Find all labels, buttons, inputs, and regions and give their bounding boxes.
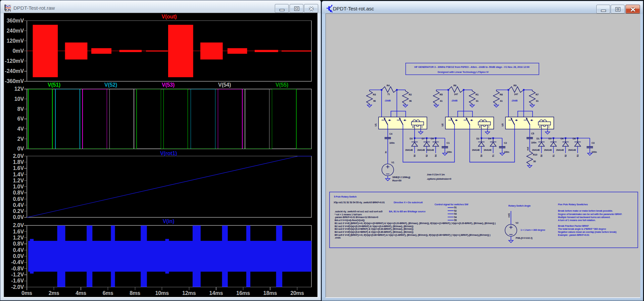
svg-text:61: 61 bbox=[536, 99, 539, 102]
svg-text:1 = 1 turn = 360 degree: 1 = 1 turn = 360 degree bbox=[521, 228, 545, 231]
svg-text:20ms: 20ms bbox=[290, 290, 304, 296]
svg-text:R7: R7 bbox=[536, 93, 539, 96]
svg-text:V(in): V(in) bbox=[163, 218, 175, 224]
svg-text:1N4148: 1N4148 bbox=[484, 149, 491, 151]
svg-text:-0.8V: -0.8V bbox=[11, 265, 24, 271]
svg-text:0.0V: 0.0V bbox=[13, 253, 24, 259]
svg-text:1N4148: 1N4148 bbox=[426, 149, 434, 151]
svg-text:1N4148: 1N4148 bbox=[472, 149, 480, 151]
svg-text:C2: C2 bbox=[504, 141, 507, 144]
svg-text:-1.2V: -1.2V bbox=[11, 271, 24, 277]
svg-text:8V: 8V bbox=[17, 106, 24, 112]
svg-text:1N4148: 1N4148 bbox=[568, 149, 576, 151]
svg-text:5 Pole Rotary Switch: 5 Pole Rotary Switch bbox=[334, 195, 357, 198]
svg-text:1.6V: 1.6V bbox=[13, 165, 24, 171]
svg-text:10V: 10V bbox=[14, 96, 24, 102]
svg-text:71: 71 bbox=[387, 93, 390, 96]
svg-text:V(out): V(out) bbox=[161, 14, 177, 19]
svg-text:V(53): V(53) bbox=[162, 82, 175, 88]
svg-text:R9: R9 bbox=[513, 84, 516, 87]
svg-text:X5p rot1 51 52 53 54 55 rty_sw: X5p rot1 51 52 53 54 55 rty_switch5 BRKF… bbox=[334, 201, 385, 204]
svg-text:R1: R1 bbox=[476, 93, 479, 96]
svg-text:2.0V: 2.0V bbox=[13, 222, 24, 228]
svg-text:B3 so3 0 V=if(V(a)>{0.4+BRKF}: B3 so3 0 V=if(V(a)>{0.4+BRKF} & V(a)<={0… bbox=[335, 227, 413, 230]
svg-text:V(51): V(51) bbox=[48, 82, 60, 88]
svg-text:50: 50 bbox=[413, 155, 416, 157]
svg-text:96: 96 bbox=[409, 99, 412, 102]
svg-text:Directive X = Do subcircuit: Directive X = Do subcircuit bbox=[394, 201, 423, 204]
svg-text:8ms: 8ms bbox=[130, 290, 140, 296]
svg-text:0.4V: 0.4V bbox=[13, 247, 24, 253]
svg-text:* rot = 1 means 1 full turn: * rot = 1 means 1 full turn bbox=[335, 213, 362, 216]
svg-text:R10: R10 bbox=[533, 153, 537, 156]
svg-text:1N4148: 1N4148 bbox=[405, 149, 413, 151]
svg-text:0.4V: 0.4V bbox=[13, 202, 24, 208]
svg-text:out: out bbox=[526, 147, 529, 150]
svg-text:51: 51 bbox=[492, 155, 494, 157]
svg-text:Negative values mean an overla: Negative values mean an overlap (make be… bbox=[558, 230, 617, 233]
svg-text:SINE(0 2 10Meg): SINE(0 2 10Meg) bbox=[392, 176, 410, 179]
svg-text:D3: D3 bbox=[410, 137, 413, 140]
svg-text:1N4148: 1N4148 bbox=[556, 149, 564, 151]
svg-text:V(52): V(52) bbox=[104, 82, 117, 88]
svg-text:R3: R3 bbox=[373, 93, 376, 96]
svg-text:6ms: 6ms bbox=[103, 290, 113, 296]
svg-text:Break before make or make befo: Break before make or make before break p… bbox=[558, 209, 613, 212]
svg-text:96: 96 bbox=[373, 99, 376, 102]
svg-text:rot1: rot1 bbox=[507, 213, 510, 217]
svg-text:1N4148: 1N4148 bbox=[532, 149, 540, 151]
svg-text:BA, B1 to B5 are BVoltage sour: BA, B1 to B5 are BVoltage source bbox=[389, 210, 426, 213]
svg-text:Designed with Linear Technolog: Designed with Linear Technology LTSpice … bbox=[438, 71, 489, 74]
svg-text:0.8V: 0.8V bbox=[13, 241, 24, 247]
svg-text:D1: D1 bbox=[537, 137, 540, 140]
svg-text:R8: R8 bbox=[500, 93, 503, 96]
svg-text:The total break angle is 2*BRK: The total break angle is 2*BRKF *360 deg… bbox=[558, 227, 606, 230]
svg-text:1.0V: 1.0V bbox=[13, 183, 24, 189]
svg-text:B5 so5 0 V=if( {BRKF}>=0, if(V: B5 so5 0 V=if( {BRKF}>=0, if(V(a)>{0.80+… bbox=[335, 233, 491, 236]
svg-text:PWL(0 0 0.02 2): PWL(0 0 0.02 2) bbox=[516, 236, 533, 240]
svg-text:1.4V: 1.4V bbox=[13, 171, 24, 177]
svg-text:Degree of break/make can be se: Degree of break/make can be set with the… bbox=[558, 213, 622, 216]
svg-text:1.2V: 1.2V bbox=[13, 234, 24, 241]
svg-text:52: 52 bbox=[426, 155, 428, 157]
svg-text:100n: 100n bbox=[531, 141, 537, 144]
svg-text:0.6V: 0.6V bbox=[13, 196, 24, 202]
svg-text:52: 52 bbox=[564, 155, 567, 157]
svg-text:0ms: 0ms bbox=[21, 290, 32, 296]
svg-text:R4: R4 bbox=[387, 84, 390, 87]
svg-text:Example: .param BRKF=0.01: Example: .param BRKF=0.01 bbox=[558, 233, 590, 236]
svg-text:C5: C5 bbox=[531, 132, 534, 135]
svg-text:-240mV: -240mV bbox=[5, 68, 24, 74]
svg-text:Rser=50: Rser=50 bbox=[392, 179, 401, 182]
svg-text:.options plotwinsize=0: .options plotwinsize=0 bbox=[427, 177, 451, 180]
svg-text:51: 51 bbox=[552, 155, 555, 157]
svg-text:C4: C4 bbox=[389, 132, 393, 135]
svg-text:54: 54 bbox=[435, 155, 437, 157]
svg-text:120mV: 120mV bbox=[7, 38, 24, 44]
svg-text:D9: D9 bbox=[431, 137, 434, 140]
svg-text:R2: R2 bbox=[409, 93, 412, 96]
svg-text:.tran 0 21m 0 1m: .tran 0 21m 0 1m bbox=[427, 173, 445, 176]
svg-text:R6: R6 bbox=[453, 84, 456, 87]
svg-text:247: 247 bbox=[454, 93, 458, 96]
svg-text:D2: D2 bbox=[477, 137, 480, 140]
svg-text:-1.6V: -1.6V bbox=[11, 277, 24, 284]
svg-text:B1 so1 0 V=if( {BRKF}>=0, if(V: B1 so1 0 V=if( {BRKF}>=0, if(V(a)>={0+BR… bbox=[335, 222, 496, 225]
svg-text:-0.4V: -0.4V bbox=[11, 259, 24, 265]
svg-text:6V: 6V bbox=[17, 116, 24, 122]
svg-text:C3: C3 bbox=[592, 141, 595, 144]
svg-text:54: 54 bbox=[454, 216, 457, 219]
svg-text:1.6V: 1.6V bbox=[13, 228, 24, 234]
svg-text:10ms: 10ms bbox=[155, 290, 169, 296]
svg-text:0.2V: 0.2V bbox=[13, 208, 24, 214]
svg-text:Control signal for switches SW: Control signal for switches SW bbox=[435, 203, 468, 206]
svg-text:240mV: 240mV bbox=[7, 28, 24, 34]
svg-text:-20dB: -20dB bbox=[451, 99, 457, 102]
svg-text:61: 61 bbox=[476, 99, 479, 102]
svg-text:Five Pole Rotary Sswitches: Five Pole Rotary Sswitches bbox=[558, 203, 588, 206]
svg-text:-360mV: -360mV bbox=[5, 78, 24, 84]
svg-text:V(55): V(55) bbox=[276, 82, 288, 88]
svg-text:51: 51 bbox=[454, 206, 457, 209]
svg-text:61: 61 bbox=[500, 99, 503, 102]
svg-text:0mV: 0mV bbox=[12, 48, 24, 54]
